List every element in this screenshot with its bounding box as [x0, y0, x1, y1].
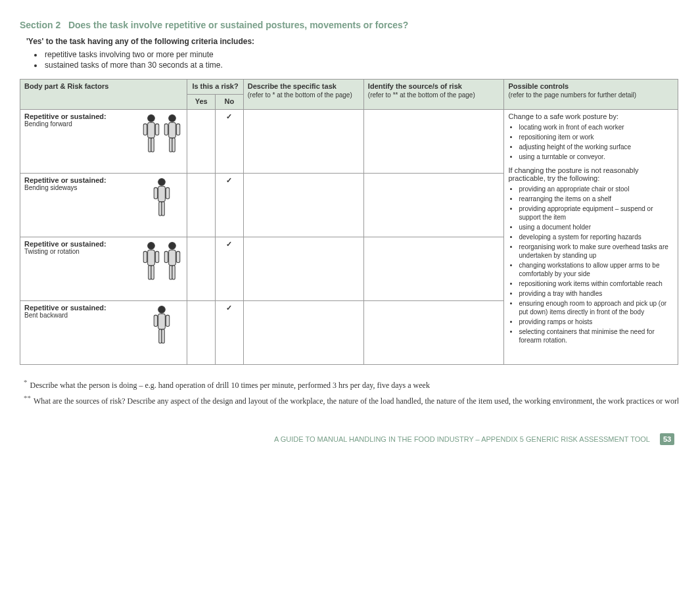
task-cell [243, 109, 363, 173]
table-row: Repetitive or sustained: Bending forward [20, 109, 678, 173]
factor-label: Repetitive or sustained: [24, 304, 137, 312]
checkmark-icon [226, 112, 232, 120]
factor-sub: Twisting or rotation [24, 248, 137, 255]
svg-rect-19 [148, 250, 155, 265]
svg-rect-23 [151, 265, 154, 279]
list-item: selecting containers that minimise the n… [519, 327, 674, 344]
svg-point-30 [158, 306, 166, 313]
list-item: ensuring enough room to approach and pic… [519, 299, 674, 316]
svg-rect-8 [165, 124, 168, 135]
list-item: developing a system for reporting hazard… [519, 233, 674, 241]
section-title: Does the task involve repetitive or sust… [68, 20, 408, 30]
list-item: reorganising work to make sure overhead … [519, 243, 674, 260]
factor-cell: Repetitive or sustained: Bending sideway… [20, 173, 187, 237]
th-task-main: Describe the specific task [248, 82, 337, 90]
list-item: repositioning item or work [519, 133, 674, 141]
section-number: Section 2 [20, 20, 60, 30]
th-factor: Body part & Risk factors [20, 80, 187, 110]
svg-rect-22 [149, 265, 151, 279]
svg-rect-34 [159, 329, 162, 343]
svg-rect-26 [165, 251, 168, 262]
no-cell [216, 173, 244, 237]
list-item: providing ramps or hoists [519, 318, 674, 326]
list-item: using a turntable or conveyor. [519, 153, 674, 161]
source-cell [363, 300, 504, 364]
controls-intro-2: If changing the posture is not reasonabl… [508, 166, 674, 182]
criteria-item: repetitive tasks involving two or more p… [43, 50, 678, 59]
task-cell [243, 237, 363, 300]
svg-rect-31 [158, 314, 166, 329]
svg-point-24 [169, 242, 176, 249]
th-controls: Possible controls (refer to the page num… [504, 80, 678, 110]
th-source-sub: (refer to ** at the bottom of the page) [368, 91, 500, 100]
svg-rect-2 [144, 124, 147, 135]
list-item: providing an appropriate chair or stool [519, 185, 674, 193]
svg-point-0 [148, 114, 155, 122]
svg-rect-17 [162, 201, 164, 215]
svg-point-12 [158, 178, 166, 185]
source-cell [363, 237, 504, 300]
footnote-mark: ** [24, 394, 31, 402]
yes-cell [187, 109, 216, 173]
yes-cell [187, 300, 216, 364]
criteria-item: sustained tasks of more than 30 seconds … [43, 60, 678, 70]
factor-sub: Bent backward [24, 312, 137, 319]
svg-rect-32 [154, 315, 158, 326]
footnote-text: Describe what the person is doing – e.g.… [30, 381, 430, 390]
factor-label: Repetitive or sustained: [24, 176, 137, 184]
body-diagram-icon [141, 240, 183, 298]
factor-cell: Repetitive or sustained: Twisting or rot… [20, 237, 187, 300]
th-source-main: Identify the source/s of risk [368, 82, 462, 90]
body-diagram-icon [141, 176, 183, 234]
intro-text: 'Yes' to the task having any of the foll… [26, 37, 678, 46]
factor-label: Repetitive or sustained: [24, 112, 137, 120]
controls-cell: Change to a safe work posture by: locati… [504, 109, 678, 364]
factor-label: Repetitive or sustained: [24, 240, 137, 248]
svg-rect-15 [166, 187, 170, 199]
task-cell [243, 300, 363, 364]
th-controls-main: Possible controls [508, 82, 569, 90]
controls-list-2: providing an appropriate chair or stool … [519, 185, 674, 344]
svg-rect-7 [169, 122, 176, 137]
svg-rect-35 [162, 329, 164, 343]
controls-list-1: locating work in front of each worker re… [519, 123, 674, 161]
source-cell [363, 109, 504, 173]
svg-rect-28 [170, 265, 172, 279]
factor-cell: Repetitive or sustained: Bending forward [20, 109, 187, 173]
svg-rect-21 [156, 251, 159, 262]
svg-rect-27 [177, 251, 180, 262]
body-diagram-icon [141, 112, 183, 170]
footnote-2: **What are the sources of risk? Describe… [24, 392, 678, 407]
no-cell [216, 109, 244, 173]
svg-point-6 [169, 114, 176, 122]
factor-sub: Bending sideways [24, 184, 137, 191]
th-controls-sub: (refer to the page numbers for further d… [508, 91, 674, 100]
svg-rect-14 [154, 187, 158, 199]
list-item: locating work in front of each worker [519, 123, 674, 131]
section-heading: Section 2 Does the task involve repetiti… [20, 20, 678, 30]
footer-title: A GUIDE TO MANUAL HANDLING IN THE FOOD I… [274, 435, 650, 443]
list-item: providing appropriate equipment – suspen… [519, 204, 674, 222]
svg-rect-5 [151, 137, 154, 151]
footnote-1: *Describe what the person is doing – e.g… [24, 377, 678, 391]
criteria-list: repetitive tasks involving two or more p… [43, 50, 678, 70]
th-source: Identify the source/s of risk (refer to … [363, 80, 504, 110]
factor-cell: Repetitive or sustained: Bent backward [20, 300, 187, 364]
svg-rect-11 [172, 137, 175, 151]
svg-rect-20 [144, 251, 147, 262]
svg-point-18 [148, 242, 155, 249]
yes-cell [187, 173, 216, 237]
svg-rect-25 [169, 250, 176, 265]
th-no: No [216, 94, 244, 109]
source-cell [363, 173, 504, 237]
checkmark-icon [226, 304, 232, 312]
no-cell [216, 300, 244, 364]
factor-sub: Bending forward [24, 120, 137, 128]
list-item: adjusting height of the working surface [519, 143, 674, 151]
svg-rect-9 [177, 124, 180, 135]
svg-rect-3 [156, 124, 159, 135]
th-yes: Yes [187, 94, 216, 109]
body-diagram-icon [141, 304, 183, 362]
footnotes: *Describe what the person is doing – e.g… [24, 377, 678, 407]
svg-rect-16 [159, 201, 162, 215]
